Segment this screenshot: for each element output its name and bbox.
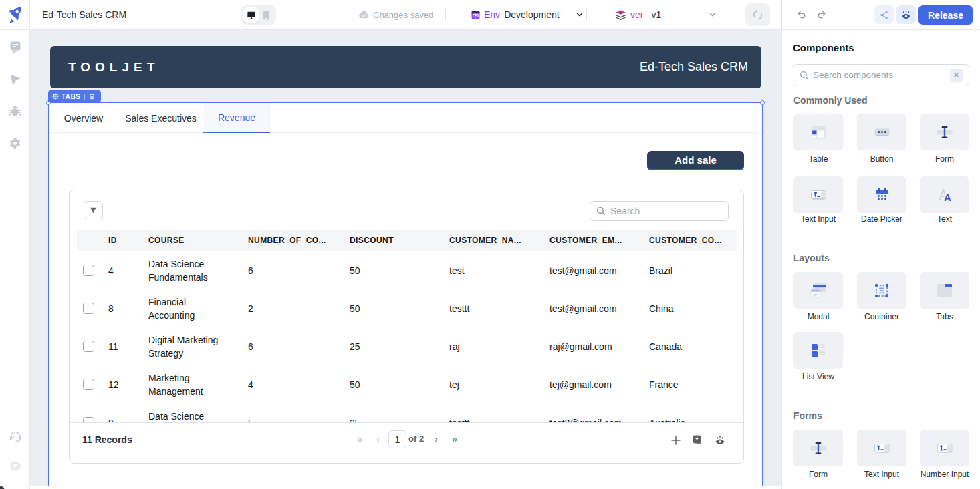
svg-text:A: A bbox=[944, 192, 951, 203]
